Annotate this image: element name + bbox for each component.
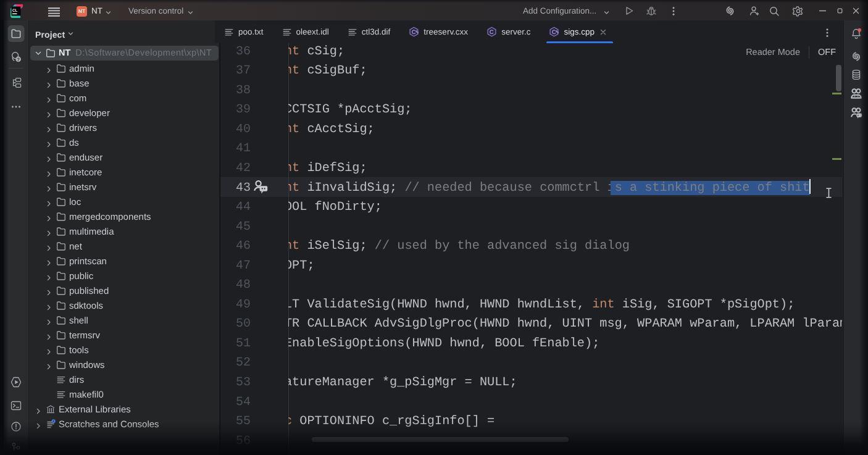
svg-text:?: ? bbox=[17, 57, 20, 62]
svg-text:C: C bbox=[490, 29, 494, 36]
svg-text:C: C bbox=[552, 29, 556, 36]
svg-text:C: C bbox=[412, 29, 416, 36]
svg-text:CL: CL bbox=[12, 9, 18, 13]
